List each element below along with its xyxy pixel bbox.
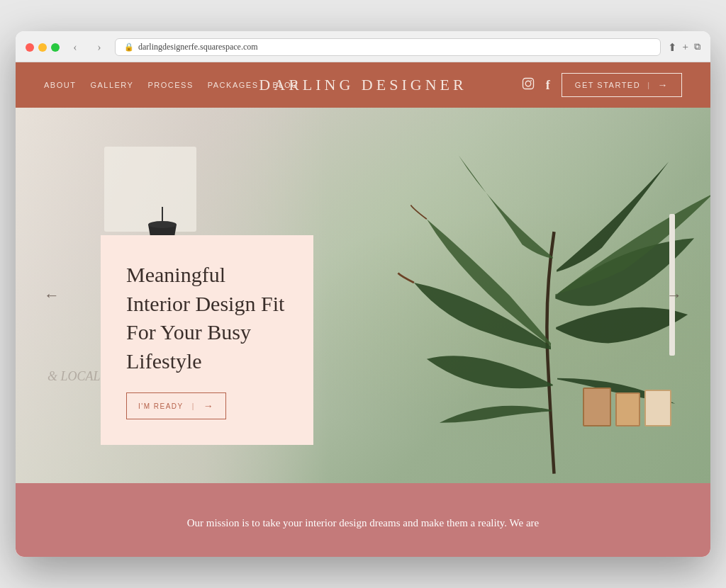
svg-point-4 bbox=[148, 221, 177, 228]
site-title: DARLING DESIGNER bbox=[259, 76, 467, 94]
browser-chrome: ‹ › 🔒 darlingdesignerfe.squarespace.com … bbox=[16, 31, 710, 62]
tabs-icon[interactable]: ⧉ bbox=[694, 41, 700, 54]
url-text: darlingdesignerfe.squarespace.com bbox=[138, 42, 258, 52]
website: About Gallery Process Packages Blog DARL… bbox=[16, 62, 710, 557]
hero-section: Meaningful Interior Design Fit For Your … bbox=[16, 108, 710, 483]
slider-next-button[interactable]: → bbox=[666, 286, 682, 305]
shelf-decoration bbox=[669, 214, 675, 356]
instagram-icon[interactable] bbox=[522, 77, 535, 93]
frame-2 bbox=[615, 392, 640, 426]
hero-cta-arrow: → bbox=[203, 400, 215, 412]
nav-about[interactable]: About bbox=[44, 81, 76, 89]
next-arrow-label: → bbox=[666, 286, 682, 304]
forward-button[interactable]: › bbox=[91, 39, 108, 56]
nav-packages[interactable]: Packages bbox=[208, 81, 259, 89]
hero-heading: Meaningful Interior Design Fit For Your … bbox=[126, 261, 288, 375]
lock-icon: 🔒 bbox=[124, 43, 134, 52]
back-button[interactable]: ‹ bbox=[67, 39, 84, 56]
browser-dots bbox=[26, 43, 60, 52]
mission-section: Our mission is to take your interior des… bbox=[16, 483, 710, 557]
svg-point-2 bbox=[530, 80, 532, 81]
browser-actions: ⬆ + ⧉ bbox=[668, 41, 700, 54]
prev-arrow-label: ← bbox=[44, 286, 60, 304]
cta-divider: | bbox=[192, 402, 195, 410]
hero-cta-label: I'M READY bbox=[138, 402, 184, 410]
picture-frames bbox=[583, 388, 671, 426]
frame-1 bbox=[583, 388, 611, 426]
share-icon[interactable]: ⬆ bbox=[668, 41, 677, 54]
slider-prev-button[interactable]: ← bbox=[44, 286, 60, 305]
frame-3 bbox=[644, 390, 671, 426]
svg-rect-0 bbox=[523, 79, 533, 89]
new-tab-icon[interactable]: + bbox=[683, 41, 688, 54]
btn-divider: | bbox=[647, 81, 650, 89]
get-started-label: GET STARTED bbox=[575, 81, 640, 89]
minimize-dot[interactable] bbox=[38, 43, 47, 52]
plant-decoration bbox=[363, 108, 710, 483]
nav-gallery[interactable]: Gallery bbox=[90, 81, 133, 89]
hero-card: Meaningful Interior Design Fit For Your … bbox=[101, 235, 313, 445]
mission-text: Our mission is to take your interior des… bbox=[122, 514, 604, 531]
browser-window: ‹ › 🔒 darlingdesignerfe.squarespace.com … bbox=[16, 31, 710, 557]
deco-text: & LOCAL bbox=[48, 369, 101, 384]
hero-cta-button[interactable]: I'M READY | → bbox=[126, 392, 226, 419]
nav-right: f GET STARTED | → bbox=[522, 73, 682, 97]
facebook-icon[interactable]: f bbox=[546, 78, 550, 93]
svg-point-1 bbox=[525, 81, 531, 86]
address-bar[interactable]: 🔒 darlingdesignerfe.squarespace.com bbox=[115, 38, 661, 56]
fullscreen-dot[interactable] bbox=[51, 43, 60, 52]
get-started-arrow: → bbox=[658, 79, 669, 91]
get-started-button[interactable]: GET STARTED | → bbox=[562, 73, 682, 97]
close-dot[interactable] bbox=[26, 43, 34, 52]
nav-process[interactable]: Process bbox=[147, 81, 193, 89]
site-header: About Gallery Process Packages Blog DARL… bbox=[16, 62, 710, 108]
